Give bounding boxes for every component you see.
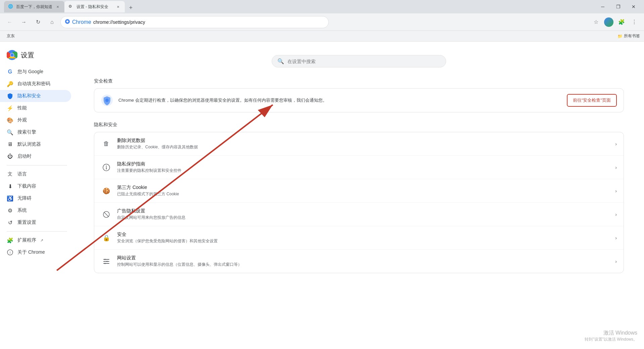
tab-title-baidu: 百度一下，你就知道 xyxy=(16,4,52,10)
sidebar-item-default-browser[interactable]: 🖥 默认浏览器 xyxy=(0,138,71,150)
tab-settings[interactable]: ⚙ 设置 - 隐私和安全 ✕ xyxy=(64,1,125,12)
sidebar-item-appearance[interactable]: 🎨 外观 xyxy=(0,114,71,126)
privacy-item-security[interactable]: 🔒 安全 安全浏览（保护您免受危险网站的侵害）和其他安全设置 › xyxy=(94,226,624,250)
sidebar-label-default-browser: 默认浏览器 xyxy=(17,141,41,147)
svg-rect-19 xyxy=(105,263,105,264)
home-button[interactable]: ⌂ xyxy=(46,16,58,28)
close-button[interactable]: ✕ xyxy=(626,1,641,12)
sidebar-divider-2 xyxy=(7,231,67,232)
bookmark-jd-label: 京东 xyxy=(7,33,15,39)
sidebar-label-system: 系统 xyxy=(17,207,27,213)
sidebar-label-autofill: 自动填充和密码 xyxy=(17,81,50,87)
new-tab-button[interactable]: + xyxy=(126,3,136,12)
search-bar[interactable]: 🔍 xyxy=(272,55,446,67)
clear-data-content: 删除浏览数据 删除历史记录、Cookie、缓存内容及其他数据 xyxy=(117,138,610,150)
search-bar-wrap: 🔍 xyxy=(94,55,624,67)
windows-activate-title: 激活 Windows xyxy=(585,330,637,337)
svg-rect-14 xyxy=(103,259,109,260)
cookie-content: 第三方 Cookie 已阻止无痕模式下的第三方 Cookie xyxy=(117,185,610,197)
default-browser-icon: 🖥 xyxy=(7,141,13,148)
ad-privacy-title: 广告隐私设置 xyxy=(117,208,610,214)
nav-bar: ← → ↻ ⌂ Chrome chrome://settings/privacy… xyxy=(0,13,644,31)
windows-activate-subtitle: 转到"设置"以激活 Windows。 xyxy=(585,337,637,342)
window-controls: ─ ❐ ✕ xyxy=(595,1,641,12)
reload-button[interactable]: ↻ xyxy=(32,16,44,28)
profile-avatar[interactable] xyxy=(603,16,614,28)
cookie-title: 第三方 Cookie xyxy=(117,185,610,191)
settings-main: 🔍 安全检查 Chrome 会定期进行检查，以确保您的浏览器使用最安全的设置。如… xyxy=(74,42,644,349)
ad-privacy-content: 广告隐私设置 自定义网站可用来向您投放广告的信息 xyxy=(117,208,610,220)
windows-activation: 激活 Windows 转到"设置"以激活 Windows。 xyxy=(585,330,637,342)
security-title: 安全 xyxy=(117,232,610,238)
reset-icon: ↺ xyxy=(7,219,13,226)
sidebar-label-language: 语言 xyxy=(17,171,27,177)
sidebar-item-system[interactable]: ⚙ 系统 xyxy=(0,204,71,216)
privacy-guide-desc: 注查重要的隐私控制设置和安全控件 xyxy=(117,168,610,173)
safety-check-description: Chrome 会定期进行检查，以确保您的浏览器使用最安全的设置。如有任何内容需要… xyxy=(118,97,561,104)
maximize-button[interactable]: ❐ xyxy=(610,1,626,12)
sidebar-label-privacy: 隐私和安全 xyxy=(17,93,41,99)
safety-check-button[interactable]: 前往"安全检查"页面 xyxy=(567,94,617,107)
bookmark-star-button[interactable]: ☆ xyxy=(590,16,602,28)
search-input[interactable] xyxy=(287,59,440,64)
tab-close-baidu[interactable]: ✕ xyxy=(55,4,60,9)
privacy-item-guide[interactable]: 隐私保护指南 注查重要的隐私控制设置和安全控件 › xyxy=(94,156,624,179)
chrome-icon xyxy=(65,19,70,25)
privacy-item-ad[interactable]: 广告隐私设置 自定义网站可用来向您投放广告的信息 › xyxy=(94,203,624,226)
privacy-guide-content: 隐私保护指南 注查重要的隐私控制设置和安全控件 xyxy=(117,161,610,173)
cookie-icon: 🍪 xyxy=(101,186,112,196)
cookie-arrow-icon: › xyxy=(615,188,617,194)
svg-rect-18 xyxy=(107,261,107,262)
sidebar-item-downloads[interactable]: ⬇ 下载内容 xyxy=(0,180,71,192)
autofill-icon: 🔑 xyxy=(7,81,13,87)
sidebar-item-language[interactable]: 文 语言 xyxy=(0,168,71,180)
svg-point-1 xyxy=(66,20,68,22)
svg-text:i: i xyxy=(10,251,10,254)
sidebar-item-search[interactable]: 🔍 搜索引擎 xyxy=(0,126,71,138)
privacy-item-cookies[interactable]: 🍪 第三方 Cookie 已阻止无痕模式下的第三方 Cookie › xyxy=(94,179,624,203)
clear-data-icon: 🗑 xyxy=(101,139,112,149)
site-settings-title: 网站设置 xyxy=(117,255,610,261)
minimize-button[interactable]: ─ xyxy=(595,1,610,12)
sidebar-label-extensions: 扩展程序 xyxy=(17,237,36,243)
forward-button[interactable]: → xyxy=(18,16,30,28)
svg-rect-17 xyxy=(105,259,105,260)
sidebar-item-performance[interactable]: ⚡ 性能 xyxy=(0,102,71,114)
sidebar-item-accessibility[interactable]: ♿ 无障碍 xyxy=(0,192,71,204)
nav-right-controls: ☆ 🧩 ⋮ xyxy=(590,16,640,28)
sidebar-item-about[interactable]: i 关于 Chrome xyxy=(0,246,74,258)
tab-close-settings[interactable]: ✕ xyxy=(115,4,121,9)
tab-strip: 🌐 百度一下，你就知道 ✕ ⚙ 设置 - 隐私和安全 ✕ + xyxy=(4,1,595,12)
sidebar-item-privacy[interactable]: 隐私和安全 xyxy=(0,90,71,102)
tab-baidu[interactable]: 🌐 百度一下，你就知道 ✕ xyxy=(4,1,64,12)
privacy-item-clear-data[interactable]: 🗑 删除浏览数据 删除历史记录、Cookie、缓存内容及其他数据 › xyxy=(94,132,624,156)
svg-point-8 xyxy=(105,99,109,102)
security-content: 安全 安全浏览（保护您免受危险网站的侵害）和其他安全设置 xyxy=(117,232,610,244)
accessibility-icon: ♿ xyxy=(7,195,13,202)
sidebar-item-google[interactable]: G 您与 Google xyxy=(0,66,71,78)
avatar-circle xyxy=(604,17,613,27)
performance-icon: ⚡ xyxy=(7,105,13,111)
address-url: chrome://settings/privacy xyxy=(93,19,324,25)
menu-button[interactable]: ⋮ xyxy=(629,16,640,28)
privacy-guide-title: 隐私保护指南 xyxy=(117,161,610,167)
google-icon: G xyxy=(7,68,13,75)
tab-favicon-settings: ⚙ xyxy=(68,4,74,9)
sidebar-item-startup[interactable]: ⏻ 启动时 xyxy=(0,150,71,162)
bookmark-jd[interactable]: 京东 xyxy=(4,33,17,40)
security-icon: 🔒 xyxy=(101,233,112,243)
bookmarks-all-button[interactable]: 📁 所有书签 xyxy=(618,33,640,39)
sidebar-label-appearance: 外观 xyxy=(17,117,27,123)
extensions-button[interactable]: 🧩 xyxy=(616,16,627,28)
sidebar-item-extensions[interactable]: 🧩 扩展程序 ↗ xyxy=(0,234,74,246)
clear-data-desc: 删除历史记录、Cookie、缓存内容及其他数据 xyxy=(117,144,610,150)
back-button[interactable]: ← xyxy=(4,16,15,28)
address-bar[interactable]: Chrome chrome://settings/privacy xyxy=(60,16,329,28)
sidebar-item-reset[interactable]: ↺ 重置设置 xyxy=(0,216,71,229)
sidebar-label-about: 关于 Chrome xyxy=(17,249,45,255)
sidebar-label-search: 搜索引擎 xyxy=(17,129,36,135)
sidebar-item-autofill[interactable]: 🔑 自动填充和密码 xyxy=(0,78,71,90)
privacy-item-site-settings[interactable]: 网站设置 控制网站可以使用和显示的信息（位置信息、摄像头、弹出式窗口等） › xyxy=(94,250,624,273)
security-desc: 安全浏览（保护您免受危险网站的侵害）和其他安全设置 xyxy=(117,238,610,244)
bookmarks-all-label: 所有书签 xyxy=(624,33,640,39)
